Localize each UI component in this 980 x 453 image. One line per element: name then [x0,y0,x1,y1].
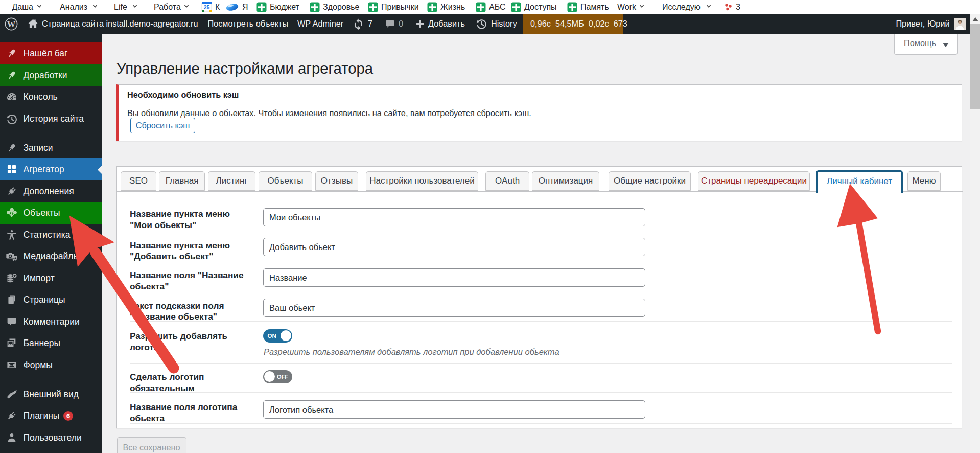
svg-text:25: 25 [204,4,210,10]
svg-text:W: W [7,19,16,29]
